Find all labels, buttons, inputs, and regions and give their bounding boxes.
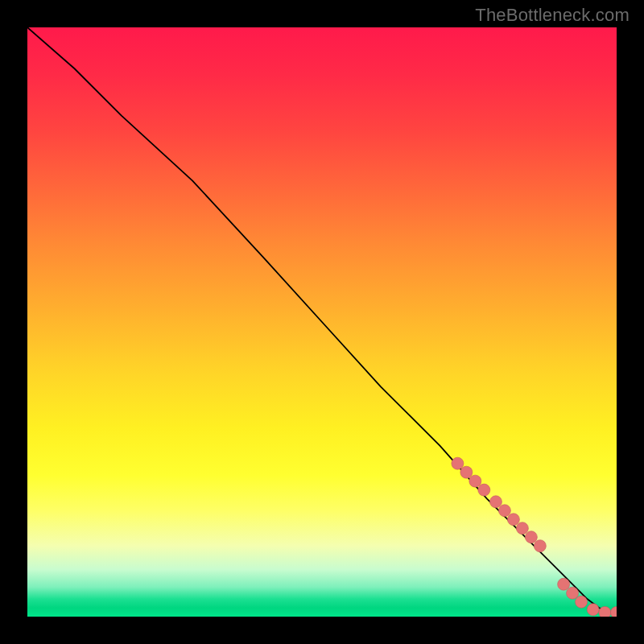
data-point-marker (498, 505, 510, 517)
data-point-marker (599, 606, 611, 617)
data-point-marker (525, 531, 537, 543)
watermark-label: TheBottleneck.com (475, 5, 630, 26)
data-point-marker (534, 540, 546, 552)
chart-svg (27, 27, 617, 617)
data-point-marker (478, 484, 490, 496)
data-point-marker (558, 578, 570, 590)
scatter-series-markers (452, 457, 617, 617)
data-point-marker (587, 604, 599, 616)
data-point-marker (469, 475, 481, 487)
data-point-marker (507, 514, 519, 526)
plot-area (27, 27, 617, 617)
data-point-marker (611, 606, 617, 617)
data-point-marker (489, 496, 502, 508)
chart-frame: TheBottleneck.com (0, 0, 644, 644)
data-point-marker (567, 587, 579, 599)
data-point-marker (460, 466, 473, 478)
line-series-curve (27, 27, 617, 613)
data-point-marker (516, 522, 528, 535)
data-point-marker (452, 457, 464, 469)
data-point-marker (576, 596, 588, 608)
